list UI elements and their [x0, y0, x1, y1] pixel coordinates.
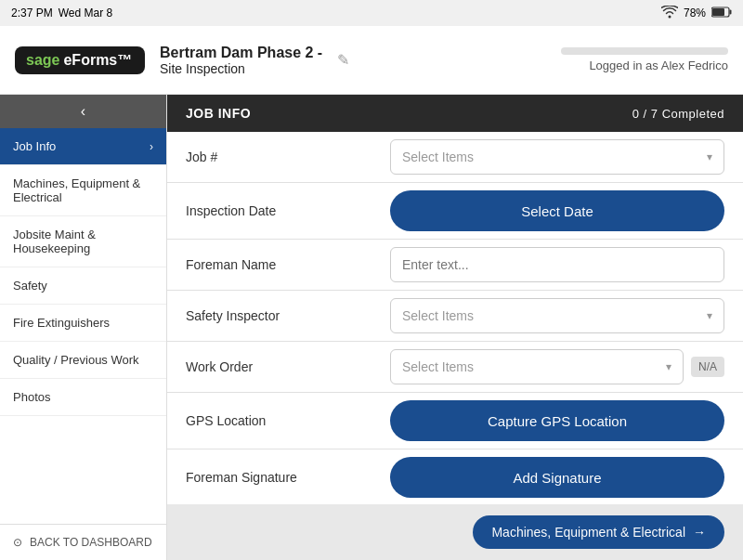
- sidebar: ‹ Job Info › Machines, Equipment & Elect…: [0, 95, 167, 560]
- form-area: Job # Select Items ▾ Inspection Date Sel…: [167, 132, 743, 504]
- section-title: JOB INFO: [186, 106, 251, 121]
- field-control-safety-inspector: Select Items ▾: [390, 291, 724, 341]
- sidebar-item-quality[interactable]: Quality / Previous Work: [0, 342, 166, 379]
- sidebar-item-label: Quality / Previous Work: [13, 353, 139, 367]
- add-signature-button[interactable]: Add Signature: [390, 457, 724, 498]
- field-control-job-number: Select Items ▾: [390, 132, 724, 182]
- field-control-work-order: Select Items ▾ N/A: [390, 342, 724, 392]
- svg-rect-1: [730, 9, 732, 14]
- safety-inspector-select[interactable]: Select Items ▾: [390, 298, 724, 333]
- sidebar-item-label: Job Info: [13, 139, 56, 153]
- status-bar: 2:37 PM Wed Mar 8 78%: [0, 0, 743, 26]
- form-row-foreman-signature: Foreman Signature Add Signature: [167, 449, 743, 504]
- back-to-dashboard-button[interactable]: ⊙ BACK TO DASHBOARD: [0, 524, 166, 560]
- next-label: Machines, Equipment & Electrical: [491, 525, 685, 540]
- field-label-safety-inspector: Safety Inspector: [186, 308, 390, 323]
- back-label: BACK TO DASHBOARD: [30, 536, 152, 549]
- field-label-work-order: Work Order: [186, 359, 390, 374]
- project-title-line1: Bertram Dam Phase 2 -: [160, 45, 322, 61]
- sidebar-item-photos[interactable]: Photos: [0, 379, 166, 416]
- progress-bar-container: [561, 47, 728, 55]
- content-area: JOB INFO 0 / 7 Completed Job # Select It…: [167, 95, 743, 560]
- sidebar-item-label: Machines, Equipment & Electrical: [13, 176, 153, 204]
- svg-rect-2: [712, 8, 724, 16]
- sidebar-item-jobsite[interactable]: Jobsite Maint & Housekeeping: [0, 216, 166, 267]
- sidebar-item-label: Fire Extinguishers: [13, 316, 110, 330]
- sidebar-chevron-icon: ›: [150, 140, 153, 153]
- sidebar-item-safety[interactable]: Safety: [0, 267, 166, 305]
- field-label-job-number: Job #: [186, 150, 390, 164]
- sidebar-item-label: Photos: [13, 390, 50, 404]
- form-row-work-order: Work Order Select Items ▾ N/A: [167, 342, 743, 393]
- field-label-foreman-signature: Foreman Signature: [186, 470, 390, 485]
- dashboard-icon: ⊙: [13, 536, 22, 549]
- wifi-icon: [661, 6, 678, 21]
- field-label-inspection-date: Inspection Date: [186, 203, 390, 218]
- na-badge[interactable]: N/A: [691, 357, 724, 377]
- section-header: JOB INFO 0 / 7 Completed: [167, 95, 743, 132]
- section-progress: 0 / 7 Completed: [632, 107, 724, 121]
- status-date: Wed Mar 8: [59, 7, 112, 20]
- field-label-gps-location: GPS Location: [186, 413, 390, 428]
- field-control-inspection-date: Select Date: [390, 183, 724, 239]
- next-arrow-icon: →: [693, 525, 706, 540]
- header-right: Logged in as Alex Fedrico: [561, 47, 728, 72]
- logo-eforms: eForms™: [63, 52, 132, 69]
- sidebar-collapse-button[interactable]: ‹: [0, 95, 166, 128]
- main-layout: ‹ Job Info › Machines, Equipment & Elect…: [0, 95, 743, 560]
- capture-gps-button[interactable]: Capture GPS Location: [390, 400, 724, 441]
- work-order-select[interactable]: Select Items ▾: [390, 349, 684, 384]
- battery-level: 78%: [684, 7, 706, 20]
- field-label-foreman-name: Foreman Name: [186, 257, 390, 272]
- sidebar-item-machines[interactable]: Machines, Equipment & Electrical: [0, 165, 166, 216]
- form-row-gps-location: GPS Location Capture GPS Location: [167, 393, 743, 449]
- footer-nav: Machines, Equipment & Electrical →: [167, 504, 743, 560]
- logged-in-label: Logged in as Alex Fedrico: [589, 59, 728, 72]
- form-row-job-number: Job # Select Items ▾: [167, 132, 743, 183]
- form-row-foreman-name: Foreman Name: [167, 240, 743, 291]
- project-title-line2: Site Inspection: [160, 61, 322, 76]
- field-control-gps-location: Capture GPS Location: [390, 393, 724, 449]
- field-control-foreman-signature: Add Signature: [390, 449, 724, 504]
- select-date-button[interactable]: Select Date: [390, 190, 724, 231]
- edit-icon[interactable]: ✎: [337, 51, 349, 69]
- header: sage eForms™ Bertram Dam Phase 2 - Site …: [0, 26, 743, 95]
- status-time: 2:37 PM: [11, 7, 53, 20]
- field-control-foreman-name: [390, 240, 724, 290]
- work-order-placeholder: Select Items: [402, 359, 474, 374]
- dropdown-chevron-icon: ▾: [707, 309, 712, 322]
- collapse-icon: ‹: [81, 103, 85, 120]
- sidebar-item-job-info[interactable]: Job Info ›: [0, 128, 166, 165]
- sidebar-item-label: Jobsite Maint & Housekeeping: [13, 228, 153, 255]
- sidebar-item-label: Safety: [13, 279, 47, 293]
- next-section-button[interactable]: Machines, Equipment & Electrical →: [473, 515, 724, 549]
- job-number-placeholder: Select Items: [402, 150, 474, 164]
- logo-sage: sage: [26, 52, 59, 69]
- sidebar-item-fire[interactable]: Fire Extinguishers: [0, 305, 166, 342]
- foreman-name-input[interactable]: [390, 247, 724, 282]
- dropdown-chevron-icon: ▾: [707, 150, 712, 163]
- form-row-safety-inspector: Safety Inspector Select Items ▾: [167, 291, 743, 342]
- dropdown-chevron-icon: ▾: [666, 360, 671, 373]
- logo: sage eForms™: [15, 46, 145, 74]
- job-number-select[interactable]: Select Items ▾: [390, 139, 724, 175]
- safety-inspector-placeholder: Select Items: [402, 308, 474, 323]
- form-row-inspection-date: Inspection Date Select Date: [167, 183, 743, 240]
- battery-icon: [711, 7, 732, 20]
- header-title-area: Bertram Dam Phase 2 - Site Inspection ✎: [160, 45, 546, 76]
